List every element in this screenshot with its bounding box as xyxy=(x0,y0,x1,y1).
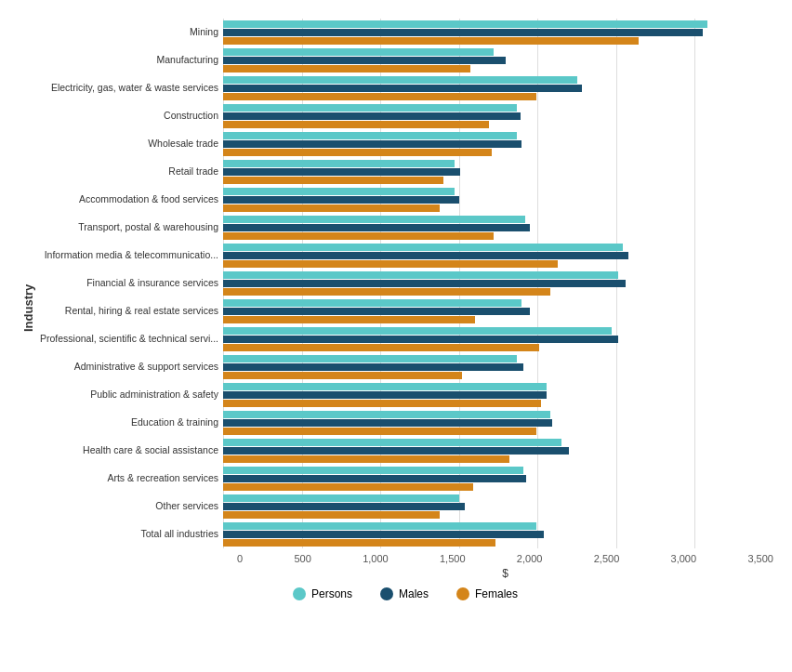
bar-row-persons xyxy=(223,467,773,474)
bar-row-males xyxy=(223,85,773,92)
legend-persons: Persons xyxy=(293,587,352,600)
bar-row-females xyxy=(223,149,773,156)
bar-row-females xyxy=(223,511,773,519)
chart-container: Industry MiningManufacturingElectricity,… xyxy=(0,0,792,672)
bar-persons xyxy=(223,271,618,279)
bar-persons xyxy=(223,76,577,84)
legend-persons-label: Persons xyxy=(311,587,352,600)
bar-group xyxy=(223,381,773,409)
bar-males xyxy=(223,224,530,231)
category-label: Public administration & safety xyxy=(37,381,218,409)
bar-females xyxy=(223,400,541,407)
bar-males xyxy=(223,57,506,64)
legend-persons-icon xyxy=(293,587,306,600)
category-label: Financial & insurance services xyxy=(37,270,218,297)
bar-persons xyxy=(223,383,547,390)
bar-row-females xyxy=(223,37,773,45)
x-axis-title: $ xyxy=(237,567,773,580)
bar-group xyxy=(223,46,773,74)
bar-row-persons xyxy=(223,188,773,195)
bar-males xyxy=(223,475,526,482)
bar-males xyxy=(223,252,628,259)
bar-females xyxy=(223,177,443,184)
bar-males xyxy=(223,280,626,287)
bar-row-females xyxy=(223,344,773,351)
bar-group xyxy=(223,437,773,465)
bar-males xyxy=(223,308,530,315)
bar-males xyxy=(223,503,465,510)
bar-males xyxy=(223,29,703,36)
bar-persons xyxy=(223,160,455,167)
bar-females xyxy=(223,288,550,296)
bar-females xyxy=(223,149,492,156)
bar-row-persons xyxy=(223,271,773,279)
bar-row-males xyxy=(223,140,773,148)
bar-females xyxy=(223,428,536,435)
bar-row-males xyxy=(223,336,773,343)
bar-row-females xyxy=(223,65,773,72)
bar-row-females xyxy=(223,288,773,296)
category-label: Mining xyxy=(37,19,218,46)
bar-row-persons xyxy=(223,20,773,28)
category-label: Information media & telecommunicatio... xyxy=(37,242,218,270)
bar-persons xyxy=(223,467,523,474)
bar-females xyxy=(223,539,495,547)
bar-persons xyxy=(223,355,517,362)
bar-group xyxy=(223,130,773,158)
bar-males xyxy=(223,85,582,92)
bar-row-females xyxy=(223,372,773,379)
bar-persons xyxy=(223,522,536,530)
x-tick: 3,500 xyxy=(747,553,773,564)
bar-row-females xyxy=(223,483,773,491)
bar-females xyxy=(223,344,539,351)
bar-row-females xyxy=(223,455,773,463)
bar-row-persons xyxy=(223,383,773,390)
bar-males xyxy=(223,447,569,455)
bar-group xyxy=(223,270,773,297)
bar-row-females xyxy=(223,121,773,128)
bar-row-males xyxy=(223,29,773,36)
legend-females-label: Females xyxy=(475,587,518,600)
bar-row-males xyxy=(223,391,773,399)
bar-row-females xyxy=(223,316,773,323)
category-label: Wholesale trade xyxy=(37,130,218,158)
bar-persons xyxy=(223,20,707,28)
bar-males xyxy=(223,419,552,427)
bar-group xyxy=(223,520,773,548)
legend-females-icon xyxy=(456,587,469,600)
category-label: Professional, scientific & technical ser… xyxy=(37,325,218,353)
x-tick: 2,000 xyxy=(517,553,543,564)
bar-persons xyxy=(223,439,561,446)
bar-persons xyxy=(223,411,550,418)
category-label: Manufacturing xyxy=(37,46,218,74)
bar-females xyxy=(223,260,558,268)
bar-group xyxy=(223,325,773,353)
category-label: Accommodation & food services xyxy=(37,186,218,214)
bar-row-males xyxy=(223,112,773,120)
bar-persons xyxy=(223,494,459,502)
bar-persons xyxy=(223,216,525,223)
bar-group xyxy=(223,465,773,493)
bar-persons xyxy=(223,104,517,112)
category-label: Rental, hiring & real estate services xyxy=(37,297,218,325)
bar-females xyxy=(223,372,462,379)
bar-row-males xyxy=(223,447,773,455)
bar-persons xyxy=(223,48,494,56)
bar-group xyxy=(223,74,773,102)
bar-row-males xyxy=(223,419,773,427)
bar-row-males xyxy=(223,280,773,287)
bar-group xyxy=(223,409,773,437)
legend-males-icon xyxy=(380,587,393,600)
bar-males xyxy=(223,336,618,343)
bar-males xyxy=(223,168,460,176)
x-tick: 2,500 xyxy=(594,553,620,564)
legend-females: Females xyxy=(456,587,518,600)
bar-row-persons xyxy=(223,244,773,251)
bar-row-males xyxy=(223,196,773,204)
bar-group xyxy=(223,493,773,520)
bars-section xyxy=(223,19,773,548)
bar-row-females xyxy=(223,232,773,240)
x-tick-labels: 05001,0001,5002,0002,5003,0003,500 xyxy=(237,553,773,564)
legend-males-label: Males xyxy=(399,587,429,600)
bar-row-persons xyxy=(223,299,773,307)
